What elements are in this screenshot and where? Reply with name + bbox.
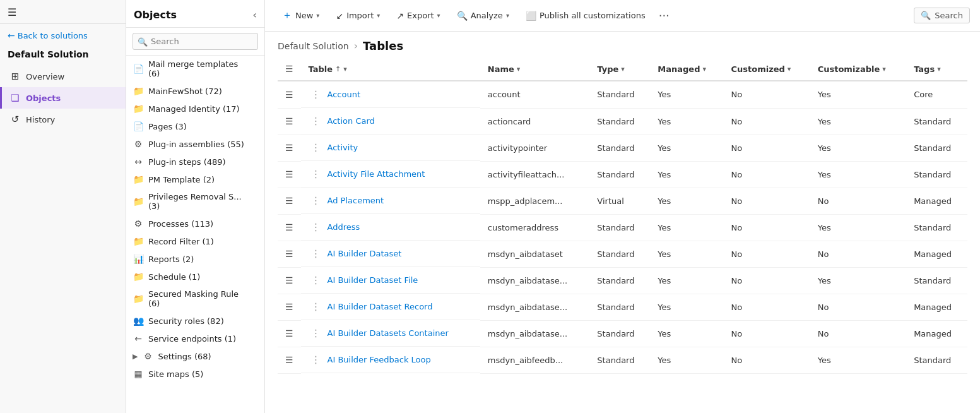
list-item[interactable]: 👥 Security roles (82) ··· [126,312,264,330]
import-button[interactable]: ↙ Import ▾ [329,7,387,25]
row-customized-cell: No [723,294,810,320]
list-item[interactable]: ⚙ Plug-in assemblies (55) ··· [126,135,264,153]
row-table-name[interactable]: AI Builder Dataset File [328,275,418,285]
publish-button[interactable]: ⬜ Publish all customizations [519,7,652,25]
list-item-label: Privileges Removal S... (3) [148,192,247,211]
th-customizable-chevron-icon: ▾ [882,65,886,73]
breadcrumb-parent[interactable]: Default Solution [278,41,349,51]
list-item-label: Plug-in assemblies (55) [148,140,247,149]
row-menu-button[interactable]: ⋮ [309,299,324,314]
row-table-name[interactable]: AI Builder Datasets Container [328,328,449,338]
row-menu-button[interactable]: ⋮ [309,352,324,367]
th-customizable[interactable]: Customizable ▾ [810,57,906,81]
list-item[interactable]: 📁 MainFewShot (72) ··· [126,82,264,100]
row-managed-cell: Yes [650,135,723,161]
list-item[interactable]: 📁 Record Filter (1) ··· [126,232,264,250]
reports-icon: 📊 [133,254,144,264]
row-menu-button[interactable]: ⋮ [309,220,324,234]
row-tags-cell: Standard [906,135,967,161]
row-menu-button[interactable]: ⋮ [309,326,324,340]
th-customized-chevron-icon: ▾ [788,65,791,73]
hamburger-icon[interactable]: ☰ [8,6,16,18]
row-table-name[interactable]: Ad Placement [328,196,384,205]
row-menu-button[interactable]: ⋮ [309,273,324,287]
row-table-name[interactable]: Account [328,90,361,99]
sidebar-item-history[interactable]: ↺ History [0,109,126,130]
export-icon: ↗ [396,11,404,21]
row-table-name[interactable]: Address [328,222,360,232]
row-customizable-cell: No [810,294,906,320]
list-item[interactable]: 📊 Reports (2) ··· [126,250,264,268]
row-name-cell: msdyn_aibdatase... [480,294,590,320]
th-type[interactable]: Type ▾ [589,57,650,81]
new-button[interactable]: ＋ New ▾ [275,5,326,26]
table-row-icon: ☰ [285,328,293,338]
th-name-chevron-icon: ▾ [517,65,521,73]
th-table[interactable]: Table ↑ ▾ [301,57,480,81]
list-item[interactable]: ▶ ⚙ Settings (68) ··· [126,347,264,365]
th-tags[interactable]: Tags ▾ [906,57,967,81]
th-table-chevron-icon: ▾ [343,65,347,73]
row-managed-cell: Yes [650,320,723,347]
analyze-button[interactable]: 🔍 Analyze ▾ [450,7,516,25]
row-menu-button[interactable]: ⋮ [309,167,324,181]
back-to-solutions-link[interactable]: ← Back to solutions [0,24,126,47]
list-item[interactable]: ⚙ Processes (113) ··· [126,215,264,232]
list-item[interactable]: 📁 Secured Masking Rule (6) ··· [126,285,264,312]
row-table-name[interactable]: Action Card [328,116,375,126]
row-type-cell: Standard [589,241,650,267]
managed-identity-icon: 📁 [133,104,144,114]
th-customized[interactable]: Customized ▾ [723,57,810,81]
th-managed[interactable]: Managed ▾ [650,57,723,81]
row-menu-button[interactable]: ⋮ [309,87,324,102]
list-item[interactable]: ← Service endpoints (1) ··· [126,330,264,347]
th-name[interactable]: Name ▾ [480,57,590,81]
list-item-label: Processes (113) [148,219,247,229]
sidebar-item-overview[interactable]: ⊞ Overview [0,66,126,87]
table-container: ☰ Table ↑ ▾ Name ▾ [265,57,980,413]
row-customizable-cell: No [810,241,906,267]
row-table-name[interactable]: AI Builder Feedback Loop [328,355,431,364]
row-menu-button[interactable]: ⋮ [309,193,324,208]
list-item[interactable]: 📁 PM Template (2) ··· [126,171,264,188]
row-table-name[interactable]: AI Builder Dataset Record [328,302,433,311]
export-button[interactable]: ↗ Export ▾ [389,7,447,25]
list-item[interactable]: 📁 Managed Identity (17) ··· [126,100,264,117]
toolbar: ＋ New ▾ ↙ Import ▾ ↗ Export ▾ 🔍 Analyze … [265,0,980,32]
list-item[interactable]: 📄 Pages (3) ··· [126,117,264,135]
row-managed-cell: Yes [650,214,723,241]
list-item[interactable]: 📁 Schedule (1) ··· [126,268,264,285]
objects-search-input[interactable] [133,33,258,50]
list-item[interactable]: ↔ Plug-in steps (489) ··· [126,153,264,171]
sidebar-top-bar: ☰ [0,0,126,24]
mail-merge-icon: 📄 [133,64,144,74]
list-item-label: Mail merge templates (6) [148,59,247,78]
row-tags-cell: Managed [906,320,967,347]
row-menu-button[interactable]: ⋮ [309,114,324,128]
row-name-cell: mspp_adplacem... [480,188,590,214]
row-table-icon-cell: ☰ [278,347,301,373]
secured-masking-icon: 📁 [133,294,144,304]
list-item[interactable]: 📁 Privileges Removal S... (3) ··· [126,188,264,215]
th-select: ☰ [278,57,301,81]
list-item[interactable]: 📄 Mail merge templates (6) ··· [126,56,264,82]
row-table-name[interactable]: Activity File Attachment [328,169,425,179]
toolbar-more-button[interactable]: ··· [655,8,673,23]
row-table-name[interactable]: AI Builder Dataset [328,249,402,258]
main-content: ＋ New ▾ ↙ Import ▾ ↗ Export ▾ 🔍 Analyze … [265,0,980,413]
settings-icon: ⚙ [142,351,153,361]
list-item[interactable]: ▦ Site maps (5) ··· [126,365,264,383]
row-tags-cell: Standard [906,347,967,373]
table-row-icon: ☰ [285,222,293,232]
row-menu-button[interactable]: ⋮ [309,246,324,261]
toolbar-search-box[interactable]: 🔍 Search [914,8,970,23]
row-table-icon-cell: ☰ [278,320,301,347]
history-icon: ↺ [9,114,21,125]
sidebar-item-objects[interactable]: ❑ Objects [0,87,126,109]
import-label: Import [346,11,374,20]
row-menu-button[interactable]: ⋮ [309,140,324,155]
collapse-panel-button[interactable]: ‹ [253,9,257,21]
row-table-name[interactable]: Activity [328,143,358,152]
select-all-icon: ☰ [285,64,293,74]
row-table-name-cell: ⋮ AI Builder Dataset [301,241,480,267]
